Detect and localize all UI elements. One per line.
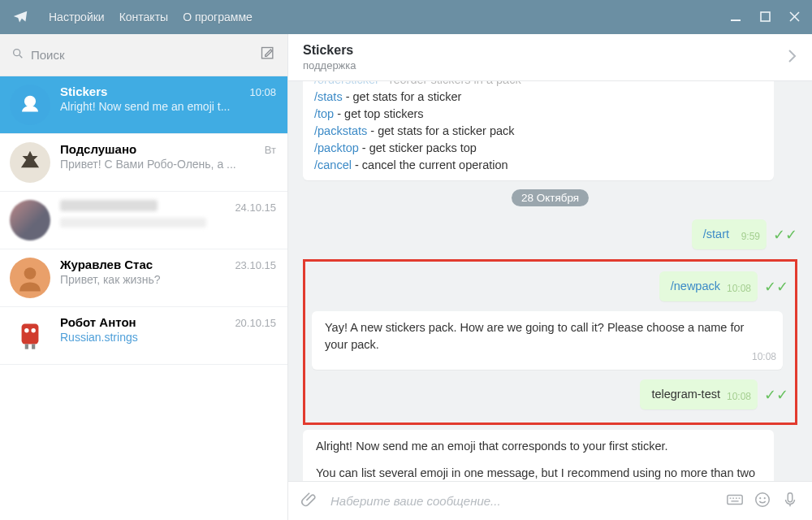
message-text: You can list several emoji in one messag…: [316, 465, 761, 481]
message-bubble-out: /start 9:59: [692, 219, 767, 249]
avatar: [10, 142, 50, 183]
svg-rect-12: [25, 344, 28, 349]
chat-name: Робот Антон: [60, 315, 136, 329]
message-bubble-out: /newpack 10:08: [659, 271, 758, 301]
chat-item[interactable]: Робот Антон20.10.15 Russian.strings: [0, 307, 287, 365]
composer: Наберите ваше сообщение...: [288, 481, 812, 520]
chat-preview-blurred: [60, 218, 206, 228]
svg-point-10: [24, 328, 28, 332]
sidebar: Поиск Stickers10:08 Alright! Now send me…: [0, 34, 288, 520]
svg-rect-23: [788, 492, 793, 501]
compose-button[interactable]: [260, 46, 276, 65]
chat-time: 23.10.15: [235, 259, 276, 271]
svg-point-7: [24, 96, 36, 107]
svg-rect-13: [32, 344, 35, 349]
chat-name: Stickers: [60, 84, 107, 98]
read-checks-icon: ✓✓: [764, 280, 788, 294]
message-text: telegram-test: [651, 388, 720, 401]
menu-about[interactable]: О программе: [183, 11, 253, 24]
chat-header[interactable]: Stickers поддержка: [288, 34, 812, 81]
message-input[interactable]: Наберите ваше сообщение...: [330, 494, 715, 508]
messages-area[interactable]: /ordersticker - reorder stickers in a pa…: [288, 81, 812, 481]
date-badge: 28 Октября: [303, 190, 797, 205]
svg-line-5: [19, 55, 22, 58]
search-icon: [11, 47, 24, 63]
svg-point-4: [14, 49, 20, 55]
svg-rect-1: [761, 12, 770, 21]
message-text: /newpack: [671, 280, 720, 292]
chat-item[interactable]: Журавлев Стас23.10.15 Привет, как жизнь?: [0, 249, 287, 307]
menu-settings[interactable]: Настройки: [49, 11, 105, 24]
chat-title: Stickers: [303, 43, 356, 58]
message-text: /start: [703, 228, 729, 240]
search-placeholder: Поиск: [31, 48, 65, 62]
chat-time: 10:08: [249, 86, 276, 98]
chat-time: 20.10.15: [235, 317, 276, 329]
chat-item[interactable]: ПодслушаноВт Привет! С Вами Робо-Олень, …: [0, 134, 287, 192]
chat-item[interactable]: 24.10.15: [0, 192, 287, 249]
read-checks-icon: ✓✓: [764, 388, 788, 402]
chat-item-stickers[interactable]: Stickers10:08 Alright! Now send me an em…: [0, 76, 287, 134]
message-time: 9:59: [741, 230, 760, 244]
telegram-icon: [11, 8, 29, 26]
voice-button[interactable]: [781, 491, 799, 512]
svg-rect-9: [22, 323, 39, 344]
message-bubble-out: telegram-test 10:08: [640, 379, 758, 410]
menu-contacts[interactable]: Контакты: [119, 11, 168, 24]
maximize-button[interactable]: [760, 11, 771, 23]
message-time: 10:08: [727, 282, 751, 296]
message-bubble: /ordersticker - reorder stickers in a pa…: [303, 81, 774, 180]
message-text: Yay! A new stickers pack. How are we goi…: [325, 321, 744, 351]
chat-preview: Привет! С Вами Робо-Олень, а ...: [60, 158, 276, 171]
chat-name: Подслушано: [60, 142, 136, 156]
message-bubble: Alright! Now send me an emoji that corre…: [303, 430, 774, 481]
chat-time: 24.10.15: [235, 202, 276, 214]
chat-preview: Привет, как жизнь?: [60, 273, 276, 286]
message-bubble: Yay! A new stickers pack. How are we goi…: [312, 311, 783, 370]
close-button[interactable]: [789, 11, 801, 23]
svg-rect-0: [731, 20, 741, 21]
title-bar: Настройки Контакты О программе: [0, 0, 812, 34]
highlight-box: /newpack 10:08 ✓✓ Yay! A new stickers pa…: [303, 259, 797, 425]
chat-preview: Alright! Now send me an emoji t...: [60, 100, 276, 113]
svg-point-21: [759, 497, 761, 499]
chat-subtitle: поддержка: [303, 59, 356, 72]
search-input[interactable]: Поиск: [11, 47, 260, 63]
message-time: 10:08: [727, 390, 751, 404]
attach-button[interactable]: [301, 491, 319, 512]
message-time: 10:08: [752, 350, 776, 364]
svg-point-11: [31, 328, 35, 332]
chat-name: Журавлев Стас: [60, 258, 153, 271]
avatar: [10, 200, 50, 240]
read-checks-icon: ✓✓: [773, 228, 797, 242]
avatar: [10, 84, 50, 125]
svg-rect-14: [728, 495, 742, 504]
chat-name-blurred: [60, 200, 158, 211]
svg-point-22: [764, 497, 766, 499]
minimize-button[interactable]: [731, 11, 742, 23]
chat-time: Вт: [265, 144, 276, 156]
chat-preview: Russian.strings: [60, 331, 276, 344]
svg-point-20: [756, 492, 770, 506]
chevron-right-icon[interactable]: [788, 49, 797, 67]
avatar: [10, 258, 50, 298]
svg-point-8: [24, 267, 37, 280]
message-text: Alright! Now send me an emoji that corre…: [316, 438, 761, 455]
emoji-button[interactable]: [754, 491, 771, 512]
keyboard-icon[interactable]: [726, 491, 744, 512]
avatar: [10, 315, 50, 356]
